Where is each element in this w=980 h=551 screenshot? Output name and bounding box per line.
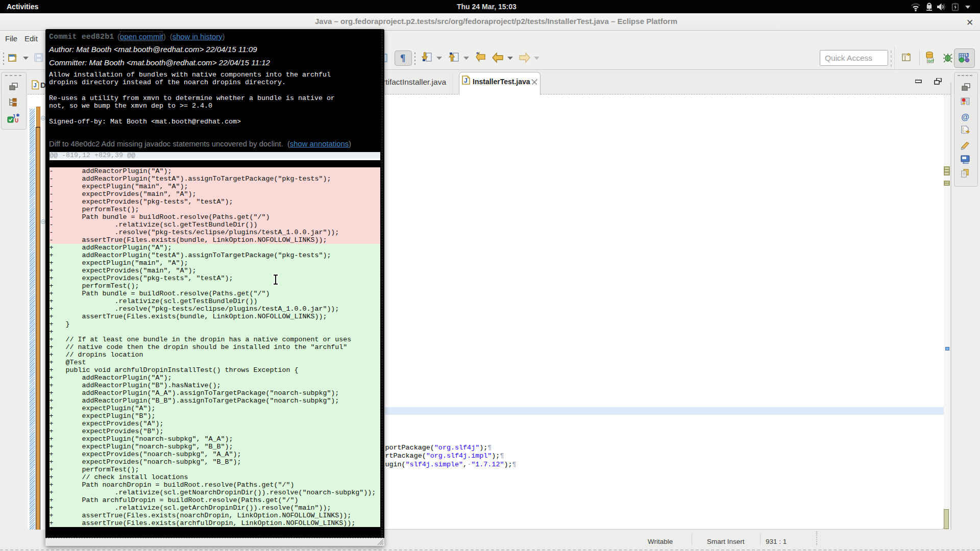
svg-text:✱: ✱	[16, 113, 20, 118]
svg-text:Quick Access: Quick Access	[825, 54, 872, 62]
svg-text:U: U	[15, 118, 18, 123]
svg-text:J: J	[33, 82, 36, 88]
svg-text:J: J	[965, 52, 969, 59]
svg-text:J: J	[464, 77, 468, 84]
svg-text:GIT: GIT	[928, 59, 935, 63]
svg-text:*: *	[476, 51, 479, 57]
svg-text:¶: ¶	[400, 53, 405, 63]
svg-text:@: @	[961, 113, 969, 121]
